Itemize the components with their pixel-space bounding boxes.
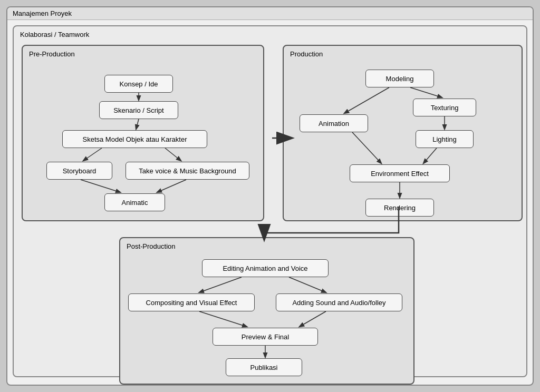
outer-window: Manajemen Proyek Kolaborasi / Teamwork P… [6,6,534,386]
svg-line-2 [83,148,102,161]
svg-line-15 [300,311,326,327]
node-animation: Animation [300,114,368,132]
pre-prod-label: Pre-Production [29,50,75,58]
node-modeling: Modeling [365,70,434,87]
node-rendering: Rendering [365,199,434,217]
node-storyboard: Storyboard [46,162,112,180]
post-prod-label: Post-Production [127,242,176,250]
svg-line-5 [157,180,186,192]
window-title: Manajemen Proyek [7,7,533,20]
svg-line-12 [199,277,242,292]
node-konsep: Konsep / Ide [104,75,173,93]
node-publikasi: Publikasi [226,358,302,376]
pre-production-box: Pre-Production Konsep / Ide Skenario / S… [22,45,264,221]
main-area: Kolaborasi / Teamwork Pre-Production Kon… [7,20,533,383]
kolaborasi-box: Kolaborasi / Teamwork Pre-Production Kon… [13,25,527,377]
node-enveffect: Environment Effect [350,164,450,182]
node-texturing: Texturing [413,99,476,116]
node-skenario: Skenario / Script [99,101,178,119]
node-preview: Preview & Final [213,328,318,346]
node-takevoice: Take voice & Music Background [126,162,249,180]
svg-line-6 [344,87,389,113]
svg-line-1 [136,119,139,129]
node-sketsa: Sketsa Model Objek atau Karakter [62,130,207,148]
svg-line-9 [352,132,381,163]
kolaborasi-label: Kolaborasi / Teamwork [20,31,89,38]
svg-line-10 [423,148,437,163]
svg-line-3 [165,148,181,161]
svg-line-4 [81,180,120,192]
post-production-box: Post-Production Editing Animation and Vo… [119,237,414,385]
node-animatic: Animatic [104,193,165,211]
node-lighting: Lighting [416,130,474,148]
svg-line-14 [199,311,247,327]
node-addsound: Adding Sound and Audio/folley [276,293,402,311]
node-editing: Editing Animation and Voice [202,259,329,277]
svg-line-7 [410,87,442,97]
prod-label: Production [290,50,323,58]
svg-line-13 [289,277,326,292]
node-compositing: Compositing and Visual Effect [128,293,255,311]
production-box: Production Modeling Animation Texturing … [283,45,523,221]
